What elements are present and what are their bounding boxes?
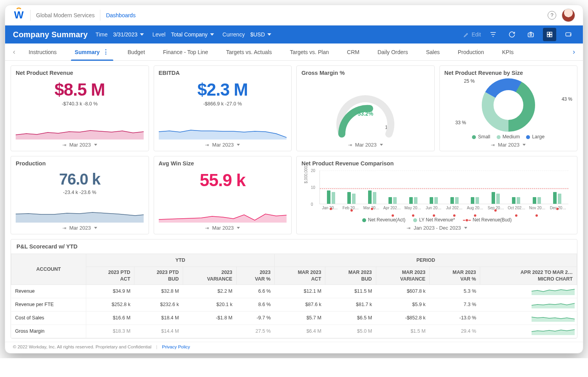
card-title: Net Product Revenue Comparison [301,160,572,167]
edit-button[interactable]: Edit [463,31,481,38]
tab-budget[interactable]: Budget [120,44,152,61]
kpi-delta: -23.4 k -23.6 % [16,190,144,195]
donut-label: 43 % [562,96,572,102]
pin-icon: ⇥ [205,142,209,148]
help-icon[interactable]: ? [548,11,556,20]
svg-rect-0 [528,33,534,37]
micro-chart [480,324,577,338]
page-title: Company Summary [13,30,88,39]
level-selector[interactable]: Total Company [171,31,214,38]
tab-summary[interactable]: Summary⋮ [68,44,117,61]
svg-rect-2 [547,32,549,34]
table-row[interactable]: Cost of Sales$16.6 M$18.4 M-$1.8 M-9.7 %… [11,311,577,324]
kpi-value: $2.3 M [159,80,287,100]
refresh-icon[interactable] [505,28,519,41]
kpi-value: 55.9 k [159,170,287,190]
tab-sales[interactable]: Sales [419,44,447,61]
tab-scroll-right[interactable]: › [568,46,580,58]
micro-chart [480,311,577,324]
breadcrumb-dashboards[interactable]: Dashboards [106,12,136,18]
page-footer: © 2022 Workday, Inc. All rights reserved… [5,342,583,353]
micro-chart [480,285,577,298]
chevron-down-icon [523,144,526,146]
card-footer[interactable]: ⇥Mar 2023 [16,140,144,149]
kebab-icon[interactable]: ⋮ [103,48,109,56]
pin-icon: ⇥ [491,142,495,148]
copyright: © 2022 Workday, Inc. All rights reserved… [13,344,151,349]
card-ebitda: EBITDA $2.3 M -$866.9 k -27.0 % ⇥Mar 202… [154,65,292,151]
kpi-delta [159,192,287,197]
tab-production[interactable]: Production [451,44,491,61]
card-footer[interactable]: ⇥Jan 2023 - Dec 2023 [301,223,572,232]
currency-label: Currency [223,31,245,38]
time-selector[interactable]: 3/31/2023 [113,31,143,38]
svg-point-1 [530,34,532,36]
sparkline [159,120,287,140]
kpi-value: $8.5 M [16,80,144,100]
cards-grid: Net Product Revenue $8.5 M -$740.3 k -8.… [5,61,583,239]
privacy-link[interactable]: Privacy Policy [162,344,190,349]
card-footer[interactable]: ⇥Mar 2023 [445,140,573,149]
donut-label: 33 % [456,120,466,125]
workday-logo[interactable]: W [13,9,25,21]
col-group-period: PERIOD [275,254,577,267]
pin-icon: ⇥ [407,225,410,231]
org-name: Global Modern Services [36,12,94,18]
tab-targets-actuals[interactable]: Targets vs. Actuals [219,44,279,61]
donut-chart: 25 % 43 % 33 % [445,78,573,132]
card-footer[interactable]: ⇥Mar 2023 [16,223,144,232]
pl-scorecard-card: P&L Scorecard w/ YTD ACCOUNT YTD PERIOD … [11,239,577,339]
tab-daily-orders[interactable]: Daily Orders [370,44,415,61]
pin-icon: ⇥ [62,225,66,231]
tab-crm[interactable]: CRM [340,44,367,61]
svg-rect-4 [547,35,549,37]
avatar[interactable] [562,9,575,22]
sparkline [16,203,144,223]
table-title: P&L Scorecard w/ YTD [11,239,577,254]
svg-rect-6 [566,33,571,36]
card-footer[interactable]: ⇥Mar 2023 [159,140,287,149]
chevron-down-icon [267,33,271,36]
col-account: ACCOUNT [11,254,86,285]
donut-label: 25 % [464,78,475,84]
tab-kpis[interactable]: KPIs [495,44,521,61]
command-bar: Company Summary Time 3/31/2023 Level Tot… [5,25,583,44]
sparkline [159,203,287,223]
snapshot-icon[interactable] [524,28,537,41]
tab-finance-top-line[interactable]: Finance - Top Line [156,44,215,61]
card-footer[interactable]: ⇥Mar 2023 [159,223,287,232]
svg-rect-5 [550,35,552,37]
table-row[interactable]: Revenue$34.9 M$32.8 M$2.2 M6.6 %$12.1 M$… [11,285,577,298]
chevron-down-icon [140,33,144,36]
tabs-inner: Instructions Summary⋮ Budget Finance - T… [22,44,566,61]
present-icon[interactable] [562,28,575,41]
table-row[interactable]: Revenue per FTE$252.8 k$232.6 k$20.1 k8.… [11,298,577,311]
micro-chart [480,298,577,311]
chevron-down-icon [237,227,240,229]
donut-legend: Small Medium Large [445,134,573,140]
card-title: EBITDA [159,70,287,76]
gauge-value: 53.2% [332,111,399,117]
comparison-chart: $,000,000 20 10 0 Jan 20…Feb 20…Mar 20…A… [301,168,572,216]
card-npr-by-size: Net Product Revenue by Size 25 % 43 % 33… [439,65,578,151]
grid-view-icon[interactable] [543,28,556,41]
card-gross-margin: Gross Margin % 53.2% 0100 ⇥Mar 2023 [296,65,435,151]
kpi-delta: -$740.3 k -8.0 % [16,101,144,107]
tab-bar: ‹ Instructions Summary⋮ Budget Finance -… [5,44,583,61]
chevron-down-icon [94,144,97,146]
tab-instructions[interactable]: Instructions [22,44,64,61]
card-npr-comparison: Net Product Revenue Comparison $,000,000… [296,156,577,234]
card-title: Net Product Revenue by Size [445,70,573,76]
level-label: Level [152,31,165,38]
chevron-down-icon [94,227,97,229]
chevron-down-icon [237,144,240,146]
kpi-delta: -$866.9 k -27.0 % [159,101,287,107]
comparison-legend: Net Revenue(Act) LY Net Revenue* Net Rev… [301,217,572,223]
tab-scroll-left[interactable]: ‹ [8,46,20,58]
filter-icon[interactable] [486,28,500,41]
kpi-value: 76.0 k [16,170,144,188]
table-row[interactable]: Gross Margin$18.3 M$14.4 M27.5 %$6.4 M$5… [11,324,577,338]
tab-targets-plan[interactable]: Targets vs. Plan [283,44,336,61]
divider [100,10,100,21]
currency-selector[interactable]: $USD [250,31,271,38]
